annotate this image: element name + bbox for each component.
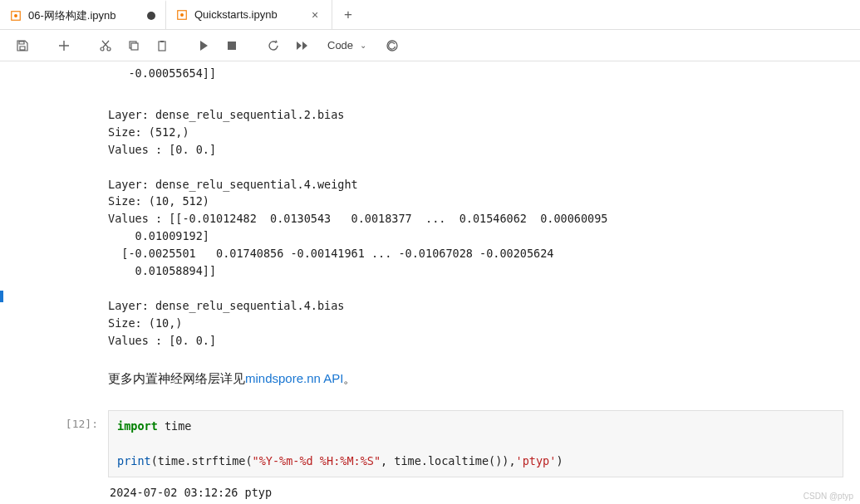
markdown-text: 更多内置神经网络层详见 xyxy=(108,371,245,385)
svg-rect-8 xyxy=(159,42,165,51)
cell-type-label: Code xyxy=(327,39,353,51)
svg-rect-9 xyxy=(160,41,164,42)
string: 'ptyp' xyxy=(516,454,557,467)
output-block: Layer: dense_relu_sequential.4.weight Si… xyxy=(108,178,607,278)
code-output: 2024-07-02 03:12:26 ptyp xyxy=(0,477,860,502)
code-text: (time. xyxy=(151,454,192,467)
svg-rect-10 xyxy=(228,42,236,50)
notebook-icon xyxy=(10,10,22,22)
code-text: time xyxy=(158,419,192,433)
markdown-text: 。 xyxy=(343,371,356,385)
markdown-cell: 更多内置神经网络层详见mindspore.nn API。 xyxy=(0,353,860,404)
paste-icon xyxy=(155,39,169,52)
copy-button[interactable] xyxy=(121,33,146,58)
notebook-area[interactable]: -0.00055654]] Layer: dense_relu_sequenti… xyxy=(0,61,860,504)
code-text: , time. xyxy=(381,454,428,467)
close-icon[interactable]: × xyxy=(308,8,322,22)
run-button[interactable] xyxy=(191,33,216,58)
tab-name: Quickstarts.ipynb xyxy=(194,8,302,21)
code-text: ()), xyxy=(489,454,516,467)
svg-rect-7 xyxy=(131,43,138,50)
fast-forward-icon xyxy=(295,39,308,52)
add-tab-button[interactable]: + xyxy=(332,7,364,23)
play-icon xyxy=(197,39,210,52)
stop-icon xyxy=(225,39,238,52)
stop-button[interactable] xyxy=(219,33,244,58)
cell-prompt: [12]: xyxy=(17,410,108,477)
paste-button[interactable] xyxy=(150,33,174,58)
cut-button[interactable] xyxy=(93,33,118,58)
output-block: Layer: dense_relu_sequential.2.bias Size… xyxy=(108,108,344,156)
code-input[interactable]: import time print(time.strftime("%Y-%m-%… xyxy=(108,410,843,477)
insert-cell-button[interactable] xyxy=(52,33,76,58)
output-text: -0.00055654]] xyxy=(0,61,860,86)
notebook-icon xyxy=(176,9,188,21)
tab-name: 06-网络构建.ipynb xyxy=(28,8,140,23)
restart-run-all-button[interactable] xyxy=(289,33,314,58)
output-text: Layer: dense_relu_sequential.2.bias Size… xyxy=(0,86,860,353)
unsaved-dot-icon xyxy=(147,12,155,20)
svg-point-5 xyxy=(107,47,111,51)
tab-inactive[interactable]: Quickstarts.ipynb × xyxy=(166,0,332,29)
toolbar: Code ⌄ xyxy=(0,30,860,61)
chevron-down-icon: ⌄ xyxy=(360,41,366,50)
tab-active[interactable]: 06-网络构建.ipynb xyxy=(0,0,166,29)
tab-bar: 06-网络构建.ipynb Quickstarts.ipynb × + xyxy=(0,0,860,30)
circle-arrow-icon xyxy=(386,39,399,52)
string: "%Y-%m-%d %H:%M:%S" xyxy=(253,454,381,467)
code-text: ) xyxy=(556,454,563,467)
cell-type-select[interactable]: Code ⌄ xyxy=(322,39,371,51)
render-button[interactable] xyxy=(380,33,405,58)
plus-icon xyxy=(57,39,71,52)
save-icon xyxy=(16,39,29,52)
method: strftime xyxy=(191,454,245,467)
keyword: import xyxy=(117,419,158,433)
cut-icon xyxy=(99,39,112,52)
api-link[interactable]: mindspore.nn API xyxy=(245,371,343,385)
builtin: print xyxy=(117,454,151,467)
restart-icon xyxy=(267,39,280,52)
output-block: Layer: dense_relu_sequential.4.bias Size… xyxy=(108,299,344,347)
method: localtime xyxy=(428,454,489,467)
code-cell[interactable]: [12]: import time print(time.strftime("%… xyxy=(17,410,843,477)
active-indicator xyxy=(0,291,3,302)
copy-icon xyxy=(127,39,140,52)
svg-point-3 xyxy=(180,13,184,17)
svg-point-1 xyxy=(14,14,17,17)
watermark: CSDN @ptyp xyxy=(803,492,853,501)
save-button[interactable] xyxy=(10,33,35,58)
restart-button[interactable] xyxy=(261,33,286,58)
svg-point-4 xyxy=(101,47,104,51)
